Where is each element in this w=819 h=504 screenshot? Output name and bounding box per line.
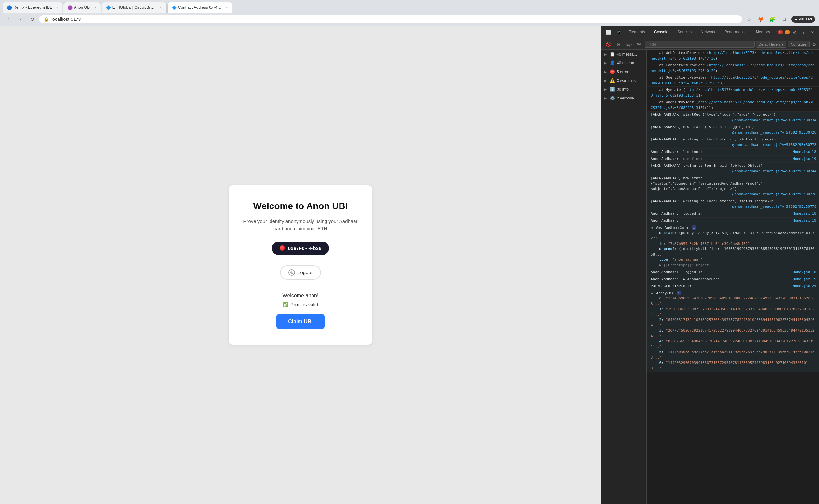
info-icon: ℹ️: [610, 87, 615, 92]
welcome-anon-text: Welcome anon!: [242, 293, 359, 298]
address-bar[interactable]: 🔒 localhost:5173: [39, 15, 742, 23]
console-eye-button[interactable]: 👁: [635, 40, 643, 48]
paused-dot: ●: [795, 17, 797, 21]
tab-remix-close[interactable]: ×: [56, 5, 58, 10]
paused-badge[interactable]: ● Paused: [791, 16, 815, 23]
sidebar-item-warnings[interactable]: ▶ ⚠️ 3 warnings: [601, 76, 647, 85]
link-trying[interactable]: @anon-aadhaar_react.js?v=5f682f93:30744: [732, 169, 816, 174]
msg-content-aadhaar-obj: Anon Aadhaar: Home.jsx:19: [651, 218, 816, 224]
link-newstate2[interactable]: @anon-aadhaar_react.js?v=5f682f93:30728: [732, 192, 816, 197]
wallet-address-button[interactable]: 0xe7F0····Fb26: [272, 242, 329, 255]
no-issues-button[interactable]: No Issues: [788, 41, 810, 47]
screenshot-icon[interactable]: □: [780, 15, 789, 24]
welcome-section: Welcome anon! ✅ Proof is valid Claim UBI: [242, 293, 359, 329]
devtools-close-button[interactable]: ✕: [809, 28, 816, 36]
wallet-dot-icon: [280, 245, 285, 251]
top-indicator: top: [624, 41, 634, 47]
sidebar-item-user[interactable]: ▶ 👤 40 user m...: [601, 59, 647, 67]
devtools-tab-elements[interactable]: Elements: [624, 27, 650, 37]
devtools-tab-performance[interactable]: Performance: [720, 27, 751, 37]
default-levels-button[interactable]: Default levels ▾: [756, 41, 786, 48]
sidebar-item-messages[interactable]: ▶ 📋 40 messa...: [601, 50, 647, 59]
console-msg-logging-in: Anon Aadhaar: logging-in Home.jsx:18: [647, 149, 819, 156]
link-newstate1[interactable]: @anon-aadhaar_react.js?v=5f682f93:30728: [732, 130, 816, 136]
tab-remix[interactable]: 🔵 Remix - Ethereum IDE ×: [3, 2, 62, 13]
devtools-tab-network[interactable]: Network: [696, 27, 720, 37]
console-msg-undefined: Anon Aadhaar: undefined Home.jsx:19: [647, 156, 819, 163]
msg-content-undefined: Anon Aadhaar: undefined Home.jsx:19: [651, 156, 816, 162]
link-logged-in2[interactable]: Home.jsx:18: [793, 270, 816, 275]
logout-button[interactable]: ◎ Logout: [280, 265, 321, 280]
error-badge: 5: [778, 30, 783, 34]
new-tab-button[interactable]: +: [233, 2, 243, 13]
message-icon: 📋: [610, 52, 615, 57]
default-levels-label: Default levels: [759, 42, 780, 46]
msg-content-groth16: PackedGroth16Proof: Home.jsx:25: [651, 284, 816, 289]
link-aadhaar-obj[interactable]: Home.jsx:19: [793, 218, 816, 224]
devtools-tabs: Elements Console Sources Network Perform…: [624, 27, 777, 37]
console-clear-button[interactable]: 🚫: [604, 40, 613, 48]
browser-chrome: 🔵 Remix - Ethereum IDE × 🟣 Anon UBI × 🔷 …: [0, 0, 819, 26]
console-settings-icon[interactable]: ⚙: [812, 42, 816, 47]
devtools-more-button[interactable]: ⋮: [799, 28, 808, 36]
address-text: localhost:5173: [51, 17, 737, 22]
proof-valid-text: ✅ Proof is valid: [242, 302, 359, 308]
link-undefined[interactable]: Home.jsx:19: [793, 156, 816, 162]
console-filter-icon-button[interactable]: ⊘: [615, 40, 623, 48]
tab-remix-label: Remix - Ethereum IDE: [13, 5, 52, 10]
warnings-label: 3 warnings: [617, 78, 636, 83]
link-startreq[interactable]: @anon-aadhaar_react.js?v=5f682f93:30734: [732, 118, 816, 123]
msg-content-3: at Hydrate (http://localhost:5173/node_m…: [651, 87, 816, 98]
expand-arrow-core[interactable]: ▼: [649, 227, 655, 229]
sidebar-item-verbose[interactable]: ▶ ⚙️ 2 verbose: [601, 94, 647, 102]
console-msg-newstate2: [ANON-AADHAAR] new state {"status":"logg…: [647, 175, 819, 198]
sidebar-item-errors[interactable]: ▶ ⛔ 5 errors: [601, 67, 647, 76]
expand-arrow-array8[interactable]: ▼: [649, 292, 655, 294]
console-area: ▶ 📋 40 messa... ▶ 👤 40 user m... ▶ ⛔ 5 e…: [601, 50, 819, 504]
tab-contract-close[interactable]: ×: [226, 5, 228, 10]
devtools-device-button[interactable]: 📱: [614, 28, 624, 36]
tab-anon-ubi-close[interactable]: ×: [94, 5, 97, 10]
extension-icon[interactable]: 🧩: [768, 15, 777, 24]
forward-button[interactable]: ›: [16, 15, 25, 24]
link-logging-in[interactable]: Home.jsx:18: [793, 149, 816, 155]
console-toolbar: 🚫 ⊘ top 👁 Default levels ▾ No Issues ⚙: [601, 39, 819, 50]
metamask-icon[interactable]: 🦊: [756, 15, 765, 24]
console-msg-0: at WebContextProvider (http://localhost:…: [647, 50, 819, 62]
warnings-icon: ⚠️: [610, 78, 615, 83]
contract-favicon: 🔷: [171, 5, 176, 10]
claim-ubi-button[interactable]: Claim UBI: [276, 314, 325, 329]
msg-content-logging-in: Anon Aadhaar: logging-in Home.jsx:18: [651, 149, 816, 155]
bookmark-icon[interactable]: ☆: [745, 15, 754, 24]
sidebar-item-info[interactable]: ▶ ℹ️ 30 info: [601, 85, 647, 94]
tab-contract[interactable]: 🔷 Contract Address 0x745d2b... ×: [167, 2, 233, 13]
devtools-tab-sources[interactable]: Sources: [673, 27, 696, 37]
expand-arrow-errors: ▶: [604, 70, 607, 74]
devtools-settings-button[interactable]: ⚙: [791, 28, 799, 36]
tab-anon-ubi[interactable]: 🟣 Anon UBI ×: [63, 2, 101, 13]
devtools-toolbar: ⬜ 📱 Elements Console Sources Network Per…: [601, 26, 819, 39]
msg-content-0: at WebContextProvider (http://localhost:…: [651, 50, 816, 61]
console-msg-array8: ▼ Array(8) i 0: "13143698623547838778923…: [647, 290, 819, 372]
link-logged-in1[interactable]: Home.jsx:18: [793, 211, 816, 217]
console-msg-logged-in2: Anon Aadhaar: logged-in Home.jsx:18: [647, 269, 819, 276]
paused-label: Paused: [799, 17, 812, 21]
reload-button[interactable]: ↻: [27, 15, 36, 24]
console-filter-input[interactable]: [645, 41, 755, 48]
devtools-tab-console[interactable]: Console: [650, 27, 673, 37]
back-button[interactable]: ‹: [4, 15, 13, 24]
link-aadhaarcoreref[interactable]: Home.jsx:19: [793, 277, 816, 282]
msg-content-newstate2: [ANON-AADHAAR] new state {"status":"logg…: [651, 176, 816, 197]
link-writing2[interactable]: @anon-aadhaar_react.js?v=5f682f93:30778: [732, 204, 816, 210]
link-writing1[interactable]: @anon-aadhaar_react.js?v=5f682f93:30778: [732, 142, 816, 148]
user-label: 40 user m...: [617, 61, 638, 65]
tab-ethglobal[interactable]: 🔷 ETHGlobal | Circuit Breaker ×: [101, 2, 167, 13]
msg-content-aadhaarcoreref: Anon Aadhaar: ▶ AnonAadhaarCore Home.jsx…: [651, 277, 816, 282]
devtools-inspect-button[interactable]: ⬜: [604, 28, 613, 36]
console-msg-4: at WagmiProvider (http://localhost:5173/…: [647, 99, 819, 112]
link-groth16[interactable]: Home.jsx:25: [793, 284, 816, 289]
console-msg-startreq: [ANON-AADHAAR] startReq {"type":"login",…: [647, 112, 819, 124]
devtools-tab-memory[interactable]: Memory: [751, 27, 774, 37]
tab-ethglobal-close[interactable]: ×: [160, 5, 162, 10]
msg-content-array8: ▼ Array(8) i 0: "13143698623547838778923…: [651, 291, 816, 371]
